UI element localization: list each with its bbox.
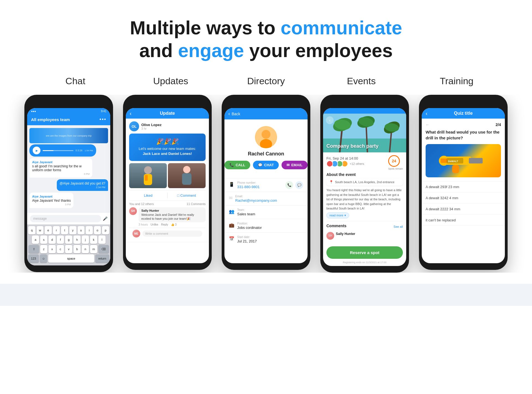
chat-message-input[interactable]: message bbox=[30, 215, 101, 222]
training-title: Quiz title bbox=[454, 111, 473, 116]
team-field: 👥 Team: Sales team bbox=[224, 205, 308, 219]
chat-msg-3: @Aiye Jayavant did you get it? bbox=[60, 181, 105, 185]
key-h[interactable]: h bbox=[73, 236, 81, 244]
chat-messages: ere are the images from our company trip… bbox=[27, 125, 110, 213]
key-s[interactable]: s bbox=[40, 236, 47, 244]
photo-1 bbox=[129, 163, 167, 188]
key-return[interactable]: return bbox=[95, 254, 109, 263]
key-j[interactable]: j bbox=[82, 236, 89, 244]
team-label: Team: bbox=[237, 208, 255, 211]
event-date-info: Fri, Sep 24 at 14:00 +12 others bbox=[326, 156, 364, 169]
author-avatar: OL bbox=[129, 121, 139, 131]
chat-time-4: 3 PM bbox=[32, 203, 71, 206]
position-label: Position: bbox=[237, 222, 262, 225]
chat-sender-2: Aiye Jayavant bbox=[32, 195, 71, 198]
email-field-icon: ✉ bbox=[229, 195, 232, 201]
event-description: You heard right! this friday we're all g… bbox=[326, 188, 403, 211]
photo-2 bbox=[168, 163, 206, 188]
key-i[interactable]: i bbox=[86, 226, 93, 234]
key-f[interactable]: f bbox=[57, 236, 64, 244]
key-a[interactable]: a bbox=[32, 236, 39, 244]
key-e[interactable]: e bbox=[45, 226, 52, 234]
event-location: 📍 South beach LA, Los Angeles, 2nd entra… bbox=[326, 178, 403, 186]
comment-button[interactable]: □ Comment bbox=[168, 192, 206, 199]
key-g[interactable]: g bbox=[65, 236, 72, 244]
play-button[interactable] bbox=[33, 147, 40, 154]
email-label: Email: bbox=[235, 195, 277, 198]
quiz-option-3[interactable]: A dewalt 2222 34 mm bbox=[422, 203, 505, 214]
quiz-question: What drill head would you use for the dr… bbox=[426, 129, 501, 141]
key-d[interactable]: d bbox=[48, 236, 56, 244]
event-details: Fri, Sep 24 at 14:00 +12 others bbox=[323, 152, 406, 244]
key-k[interactable]: k bbox=[90, 236, 97, 244]
quiz-option-2[interactable]: A dewalt 3242 4 mm bbox=[422, 192, 505, 203]
audio-progress bbox=[43, 150, 73, 151]
call-action-icon[interactable]: 📞 bbox=[285, 181, 293, 189]
key-emoji[interactable]: ☺ bbox=[40, 254, 47, 263]
chat-button[interactable]: 💬 CHAT bbox=[253, 161, 279, 169]
key-l[interactable]: l bbox=[98, 236, 106, 244]
call-button[interactable]: 📞 CALL bbox=[224, 161, 250, 169]
chat-bubble-3: @Aiye Jayavant did you get it? 2:34 PM bbox=[57, 179, 108, 191]
phone-icon: 📞 bbox=[229, 163, 234, 167]
key-y[interactable]: y bbox=[69, 226, 76, 234]
key-o[interactable]: o bbox=[94, 226, 101, 234]
key-q[interactable]: q bbox=[28, 226, 35, 234]
quiz-option-4[interactable]: it can't be replaced bbox=[422, 214, 505, 226]
key-v[interactable]: v bbox=[65, 245, 72, 253]
key-p[interactable]: p bbox=[102, 226, 109, 234]
liked-button[interactable]: Liked bbox=[129, 192, 167, 199]
write-comment-input[interactable]: Write a comment bbox=[142, 231, 202, 237]
comment-row: SH Sally Hunter Welcome Jack and Daniel!… bbox=[129, 207, 206, 226]
email-button[interactable]: ✉ EMAIL bbox=[282, 161, 307, 169]
attendee-more: +12 others bbox=[350, 162, 364, 165]
key-w[interactable]: w bbox=[37, 226, 44, 234]
profile-name: Rachel Cannon bbox=[229, 151, 303, 157]
key-t[interactable]: t bbox=[61, 226, 68, 234]
svg-point-3 bbox=[183, 166, 190, 173]
key-u[interactable]: u bbox=[78, 226, 85, 234]
key-shift[interactable]: ⇧ bbox=[29, 245, 39, 253]
unlike-button[interactable]: Unlike bbox=[150, 223, 158, 226]
section-label-training: Training bbox=[409, 76, 504, 86]
updates-back-arrow[interactable]: ‹ bbox=[130, 110, 132, 117]
training-back-arrow[interactable]: ‹ bbox=[426, 110, 428, 117]
mic-icon[interactable]: 🎤 bbox=[103, 216, 108, 221]
event-back-button[interactable]: ‹ bbox=[326, 116, 334, 124]
key-n[interactable]: n bbox=[82, 245, 89, 253]
key-r[interactable]: r bbox=[53, 226, 60, 234]
key-x[interactable]: x bbox=[48, 245, 56, 253]
key-space[interactable]: space bbox=[48, 254, 94, 263]
dir-back-arrow-icon[interactable]: ‹ bbox=[228, 111, 230, 117]
key-z[interactable]: z bbox=[40, 245, 47, 253]
see-all-button[interactable]: See all bbox=[393, 225, 403, 228]
key-c[interactable]: c bbox=[57, 245, 64, 253]
register-note: Registering ends on 21/3/2021 at 17:00 bbox=[323, 261, 406, 266]
read-more-button[interactable]: read more ▾ bbox=[326, 213, 349, 218]
drill-image-bg: DeWALT bbox=[426, 144, 501, 177]
chat-menu-dots[interactable]: ••• bbox=[99, 117, 106, 122]
key-123[interactable]: 123 bbox=[28, 254, 39, 263]
directory-header: ‹ Back bbox=[224, 108, 308, 119]
likes-count: 👍 3 bbox=[171, 223, 177, 226]
update-author-row: OL Olive Lopez 3 hr bbox=[129, 121, 206, 131]
dir-back-label[interactable]: Back bbox=[232, 112, 240, 116]
chat-msg-4: Aiye Jayavant Yes! thanks bbox=[32, 199, 71, 203]
message-action-icon[interactable]: 💬 bbox=[295, 181, 303, 189]
key-b[interactable]: b bbox=[73, 245, 81, 253]
keyboard-row-3: ⇧ z x c v b n m ⌫ bbox=[28, 245, 109, 253]
startdate-field: 📅 Start date: Jul 21, 2017 bbox=[224, 232, 308, 246]
keyboard[interactable]: q w e r t y u i o p a s d bbox=[27, 224, 110, 265]
chat-audio-message[interactable]: 0:3:26 1:54 PM bbox=[29, 144, 96, 157]
spots-badge: 24 bbox=[388, 155, 400, 167]
reserve-button[interactable]: Reserve a spot bbox=[326, 246, 403, 259]
attendee-1 bbox=[326, 160, 333, 167]
key-delete[interactable]: ⌫ bbox=[98, 245, 109, 253]
reply-button[interactable]: Reply bbox=[161, 223, 168, 226]
commenter-name: Sally Hunter bbox=[141, 209, 203, 212]
updates-screen: ‹ Update OL Olive Lopez 3 hr 🎉🎉🎉 bbox=[126, 108, 209, 263]
quiz-back-arrow[interactable]: ← bbox=[426, 122, 429, 127]
key-m[interactable]: m bbox=[90, 245, 97, 253]
email-icon: ✉ bbox=[287, 163, 290, 167]
quiz-option-1[interactable]: A dewalt 293f 23 mm bbox=[422, 181, 505, 192]
